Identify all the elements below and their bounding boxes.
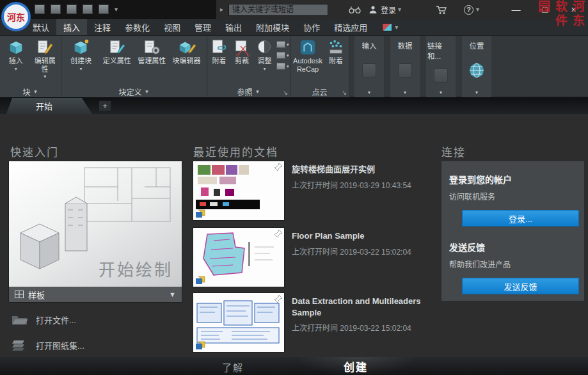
- create-block-button[interactable]: 创建块 ▾: [65, 38, 97, 72]
- button-label: 块编辑器: [173, 57, 201, 65]
- watermark-text: 河东软件园: [534, 0, 586, 41]
- ribbon: 插入 ▾ 编辑属性 ▾ 块 ▼: [0, 36, 588, 97]
- doc-thumbnail-art: [193, 293, 284, 352]
- save-icon[interactable]: [67, 4, 77, 14]
- quick-start-heading: 快速入门: [10, 143, 59, 159]
- help-dropdown-icon[interactable]: ▾: [476, 6, 479, 13]
- chevron-down-icon: ▾: [79, 66, 82, 72]
- search-input[interactable]: [228, 4, 328, 16]
- send-feedback-button[interactable]: 发送反馈: [462, 278, 579, 294]
- ribbon-tab-output[interactable]: 输出: [218, 19, 249, 35]
- panel-title-block-definition[interactable]: 块定义 ▼: [61, 86, 207, 97]
- login-button[interactable]: 登录: [381, 4, 396, 15]
- doc-thumbnail-art: [193, 161, 284, 220]
- doc-thumbnail[interactable]: [193, 161, 284, 220]
- panel-block-definition: 创建块 ▾ 定义属性: [61, 36, 207, 97]
- doc-title[interactable]: Data Extraction and Multileaders Sample: [292, 296, 429, 318]
- point-cloud-attach-button[interactable]: 附着: [325, 38, 347, 65]
- footer-tab-create[interactable]: 创建: [344, 358, 368, 374]
- insert-block-button[interactable]: 插入 ▾: [3, 38, 29, 72]
- doc-last-opened: 上次打开时间 2019-03-22 15:02:04: [292, 322, 429, 333]
- button-label: 剪裁: [235, 57, 249, 65]
- adjust-button[interactable]: 调整 ▾: [253, 38, 275, 72]
- tile-label: 数据: [398, 40, 413, 51]
- ribbon-tab-default[interactable]: 默认: [26, 19, 56, 35]
- ribbon-tab-featured-apps[interactable]: 精选应用: [327, 19, 374, 35]
- underlay-layers-button[interactable]: ▾: [276, 41, 289, 48]
- snap-button[interactable]: ▾: [276, 63, 289, 70]
- ribbon-tab-parametric[interactable]: 参数化: [118, 19, 157, 35]
- ribbon-tab-bar: 默认 插入 注释 参数化 视图 管理 输出 附加模块 协作 精选应用 ▾: [0, 19, 588, 36]
- chevron-down-icon: ▾: [475, 90, 478, 95]
- chevron-down-icon: ▾: [44, 74, 46, 79]
- open-file-icon[interactable]: [51, 4, 61, 14]
- user-icon: [369, 5, 377, 14]
- print-icon[interactable]: [83, 4, 93, 14]
- dialog-launcher-icon[interactable]: ↘: [283, 90, 288, 96]
- panel-reference: 附着 剪裁 调整 ▾: [207, 36, 290, 97]
- collapsed-panel-linking[interactable]: 链接和... ▾: [426, 36, 456, 97]
- dialog-launcher-icon[interactable]: ↘: [342, 90, 347, 96]
- ribbon-tab-view[interactable]: 视图: [157, 19, 187, 35]
- app-store-cart-icon[interactable]: [436, 5, 447, 15]
- new-file-icon[interactable]: [35, 4, 45, 14]
- recap-button[interactable]: Autodesk ReCap: [292, 38, 323, 73]
- new-drawing-tab-button[interactable]: +: [99, 100, 111, 111]
- attach-icon: [209, 38, 228, 57]
- create-block-icon: [71, 38, 90, 57]
- open-sheet-set-link[interactable]: 打开图纸集...: [12, 339, 84, 351]
- edit-attributes-button[interactable]: 编辑属性 ▾: [31, 38, 58, 79]
- footer-tab-learn[interactable]: 了解: [222, 360, 244, 374]
- templates-dropdown[interactable]: 样板 ▼: [9, 287, 182, 302]
- panel-title-block[interactable]: 块 ▼: [0, 86, 61, 97]
- pin-icon[interactable]: [274, 229, 283, 238]
- block-editor-button[interactable]: 块编辑器: [170, 38, 203, 65]
- doc-title[interactable]: 旋转楼梯曲面展开实例: [292, 164, 429, 175]
- search-binoculars-icon[interactable]: [349, 6, 361, 14]
- collapsed-panel-location[interactable]: 位置 ▾: [462, 36, 491, 97]
- chevron-down-icon: ▾: [368, 90, 370, 95]
- sign-in-button[interactable]: 登录...: [462, 210, 579, 227]
- manage-attributes-button[interactable]: 管理属性: [137, 38, 166, 65]
- recent-doc-row[interactable]: Data Extraction and Multileaders Sample …: [193, 293, 429, 352]
- button-label: 管理属性: [138, 57, 166, 65]
- undo-icon[interactable]: [99, 4, 109, 14]
- ribbon-tab-insert[interactable]: 插入: [56, 19, 87, 35]
- file-tab-start[interactable]: 开始: [6, 98, 92, 114]
- ribbon-options-button[interactable]: ▾: [378, 19, 402, 35]
- chevron-down-icon: ▾: [287, 64, 289, 69]
- search-caret-icon[interactable]: ▸: [220, 6, 223, 13]
- pin-icon[interactable]: [274, 163, 283, 172]
- ribbon-tab-annotate[interactable]: 注释: [87, 19, 118, 35]
- collapsed-panel-import[interactable]: 输入 ▾: [354, 36, 384, 97]
- button-label: Autodesk ReCap: [292, 57, 323, 73]
- doc-thumbnail[interactable]: [193, 228, 284, 287]
- doc-thumbnail[interactable]: [193, 293, 284, 352]
- open-files-link[interactable]: 打开文件...: [12, 314, 76, 326]
- pin-icon[interactable]: [274, 294, 283, 303]
- attach-button[interactable]: 附着: [208, 38, 230, 65]
- frame-button[interactable]: ▾: [276, 52, 289, 59]
- frame-icon: [276, 52, 285, 59]
- start-drawing-card[interactable]: 开始绘制 样板 ▼: [9, 161, 182, 302]
- ribbon-tab-addins[interactable]: 附加模块: [249, 19, 296, 35]
- doc-title[interactable]: Floor Plan Sample: [292, 230, 429, 242]
- login-dropdown-icon[interactable]: ▾: [398, 6, 401, 13]
- collapsed-panel-data[interactable]: 数据 ▾: [390, 36, 420, 97]
- open-files-label: 打开文件...: [36, 314, 76, 326]
- help-icon[interactable]: ?: [464, 5, 473, 15]
- clip-button[interactable]: 剪裁: [231, 38, 253, 65]
- panel-title-point-cloud[interactable]: 点云: [290, 86, 349, 97]
- minimize-button[interactable]: —: [502, 0, 530, 19]
- define-attributes-button[interactable]: 定义属性: [100, 38, 134, 65]
- ribbon-options-icon: [382, 23, 392, 31]
- panel-title-reference[interactable]: 参照 ▼: [207, 86, 290, 97]
- ribbon-tab-manage[interactable]: 管理: [187, 19, 218, 35]
- qat-dropdown-icon[interactable]: ▾: [115, 6, 118, 13]
- recent-doc-row[interactable]: Floor Plan Sample 上次打开时间 2019-03-22 15:0…: [193, 228, 429, 287]
- ribbon-tab-collaborate[interactable]: 协作: [296, 19, 327, 35]
- recent-doc-row[interactable]: 旋转楼梯曲面展开实例 上次打开时间 2019-03-29 10:43:54: [193, 161, 429, 220]
- import-icon: [362, 63, 376, 77]
- template-arrow-icon: ▼: [169, 291, 176, 298]
- start-page: 快速入门 开始绘制: [0, 114, 588, 357]
